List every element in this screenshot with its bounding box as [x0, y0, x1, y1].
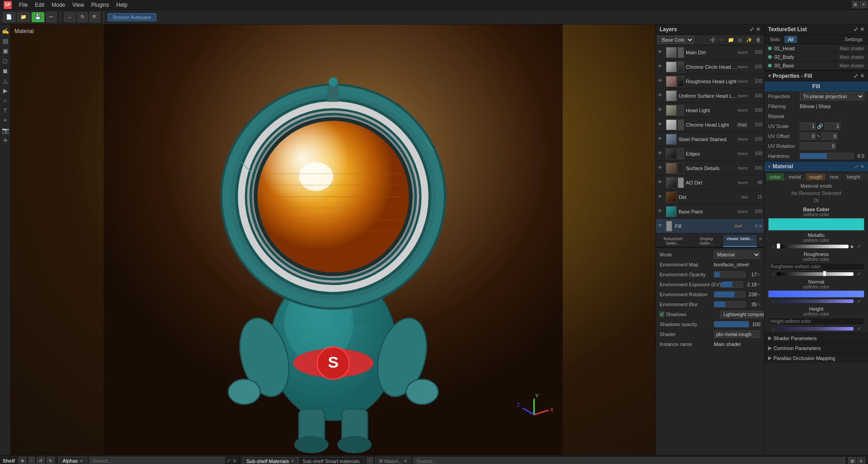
- layer-eye-steel[interactable]: 👁: [658, 136, 664, 142]
- layer-close-fill[interactable]: ✕: [759, 223, 762, 228]
- delete-layer-btn[interactable]: 🗑: [754, 36, 762, 44]
- add-mask-btn[interactable]: ◎: [736, 36, 744, 44]
- layer-eye-uniform[interactable]: 👁: [658, 93, 664, 99]
- text-tool[interactable]: T: [1, 106, 10, 115]
- mat-import-btn[interactable]: ↑: [367, 457, 373, 464]
- roughness-buttons[interactable]: ⤢: [857, 271, 861, 276]
- mat-tab-color[interactable]: color: [766, 173, 784, 180]
- shadows-opacity-slider[interactable]: [714, 321, 749, 327]
- tool-move[interactable]: ←: [64, 12, 75, 22]
- normal-slider[interactable]: [777, 299, 854, 303]
- material-chevron[interactable]: ▾: [768, 164, 771, 170]
- mat-tab-metal[interactable]: metal: [785, 173, 805, 180]
- base-color-swatch[interactable]: [768, 218, 864, 231]
- erase-tool[interactable]: ◻: [1, 56, 10, 65]
- mat-tab-rough[interactable]: rough: [806, 173, 826, 180]
- plugins-menu[interactable]: Plugins: [88, 0, 113, 10]
- shadows-checkbox[interactable]: ✓: [660, 312, 664, 317]
- textureset-settings-tab[interactable]: TextureSet Settin...: [656, 235, 689, 247]
- shelf-redo-btn[interactable]: ↻: [47, 457, 55, 464]
- mat-tab-emiss[interactable]: emiss: [865, 173, 868, 180]
- metallic-slider[interactable]: [777, 245, 849, 248]
- ts-item-03-base[interactable]: 03_Base Main shader: [764, 62, 868, 70]
- add-fill-btn[interactable]: ▫: [718, 36, 726, 44]
- hardness-slider[interactable]: [800, 153, 854, 159]
- env-exposure-edit-icon[interactable]: ✎: [757, 282, 760, 287]
- layer-eye-dirt[interactable]: 👁: [658, 194, 664, 200]
- properties-chevron[interactable]: ▾: [768, 73, 771, 79]
- layer-eye-main-dirt[interactable]: 👁: [658, 49, 664, 56]
- view-menu[interactable]: View: [69, 0, 88, 10]
- layer-eye-chrome-circle[interactable]: 👁: [658, 64, 664, 70]
- mat-list-view-btn[interactable]: ≡: [857, 457, 865, 464]
- layer-item-chrome-circle[interactable]: 👁 Chrome Circle Head Light Norm 100: [656, 60, 764, 74]
- layer-eye-headlight[interactable]: 👁: [658, 107, 664, 114]
- ts-tab-all[interactable]: All: [784, 36, 797, 43]
- env-tool[interactable]: ☀: [1, 136, 10, 145]
- uv-rotation-input[interactable]: [800, 142, 836, 150]
- shelf-undo-btn[interactable]: ↺: [37, 457, 45, 464]
- open-btn[interactable]: 📁: [17, 12, 30, 22]
- layer-eye-roughness-hl[interactable]: 👁: [658, 78, 664, 85]
- shelf-new-btn[interactable]: ⊕: [19, 457, 27, 464]
- common-params-header[interactable]: ▶ Common Parameters: [764, 343, 868, 353]
- env-rotation-slider[interactable]: [714, 291, 745, 298]
- layer-item-steel[interactable]: 👁 Steel Painted Stained Norm 100: [656, 132, 764, 147]
- mat-breadcrumb-close[interactable]: ✕: [404, 459, 407, 464]
- new-btn[interactable]: 📄: [3, 12, 15, 22]
- ts-close-icon[interactable]: ✕: [860, 26, 864, 33]
- viewer-settings-tab[interactable]: Viewer Settin...: [723, 235, 757, 247]
- layer-eye-fill[interactable]: 👁: [658, 223, 664, 229]
- undo-btn[interactable]: ⤺: [46, 12, 57, 22]
- metallic-buttons[interactable]: ⤢: [857, 244, 861, 249]
- layer-item-dirt[interactable]: 👁 Dirt Mul 15: [656, 190, 764, 204]
- layer-eye-ao[interactable]: 👁: [658, 180, 664, 186]
- normal-buttons[interactable]: ⤢: [857, 298, 861, 303]
- shelf-close-icon[interactable]: ✕: [232, 458, 236, 464]
- edit-menu[interactable]: Edit: [31, 0, 48, 10]
- uv-offset-y-input[interactable]: [821, 133, 838, 140]
- env-blur-edit-icon[interactable]: ✎: [757, 302, 760, 307]
- ts-tab-solo[interactable]: Solo: [766, 36, 783, 43]
- shelf-import-btn[interactable]: ↑: [28, 457, 35, 464]
- add-effect-btn[interactable]: ✨: [745, 36, 753, 44]
- ts-item-01-head[interactable]: 01_Head Main shader: [764, 44, 868, 53]
- properties-expand-icon[interactable]: ⤢: [854, 73, 858, 79]
- tool-scale[interactable]: ⇱: [90, 12, 100, 22]
- parallax-header[interactable]: ▶ Parallax Occlusion Mapping: [764, 353, 868, 363]
- help-menu[interactable]: Help: [113, 0, 131, 10]
- env-exposure-slider[interactable]: [721, 281, 743, 288]
- fill-tool[interactable]: ◼: [1, 66, 10, 75]
- roughness-slider[interactable]: [777, 272, 854, 276]
- materials-search-input[interactable]: [413, 457, 845, 464]
- display-settings-tab[interactable]: Display Settin...: [689, 235, 723, 247]
- projection-select[interactable]: Tri-planar projection: [800, 92, 864, 100]
- layer-eye-base-paint[interactable]: 👁: [658, 208, 664, 215]
- layer-eye-chrome-hl[interactable]: 👁: [658, 122, 664, 128]
- layer-item-roughness-hl[interactable]: 👁 Roughness Head Light Norm 100: [656, 74, 764, 89]
- mat-grid-view-btn[interactable]: ⊞: [848, 457, 856, 464]
- roughness-thumb[interactable]: [823, 271, 826, 276]
- env-opacity-edit-icon[interactable]: ✎: [757, 272, 760, 277]
- shadows-mode-select[interactable]: Lightweight computation: [720, 311, 764, 318]
- shader-params-header[interactable]: ▶ Shader Parameters: [764, 333, 868, 343]
- measure-tool[interactable]: ⌖: [1, 116, 10, 125]
- paint-tool[interactable]: ✍: [1, 26, 10, 35]
- tool-rotate[interactable]: ↻: [77, 12, 88, 22]
- properties-close-icon[interactable]: ✕: [860, 73, 864, 79]
- layer-item-chrome-head-light[interactable]: 👁 Chrome Head Light Repl 100: [656, 118, 764, 132]
- roughness-color-swatch[interactable]: Roughness uniform color: [768, 263, 864, 270]
- blur-tool[interactable]: ○: [1, 96, 10, 105]
- select-tool[interactable]: ▶: [1, 86, 10, 95]
- clone-tool[interactable]: ▣: [1, 46, 10, 55]
- normal-color-swatch[interactable]: [768, 290, 864, 298]
- save-btn[interactable]: 💾: [32, 12, 44, 22]
- ts-expand-icon[interactable]: ⤢: [854, 26, 858, 33]
- uv-scale-lock-icon[interactable]: 🔗: [817, 123, 823, 129]
- env-rotation-edit-icon[interactable]: ✎: [757, 292, 760, 297]
- smudge-tool[interactable]: ▤: [1, 36, 10, 45]
- layer-item-ao-dirt[interactable]: 👁 AO Dirt Norm 48: [656, 175, 764, 190]
- layers-close-icon[interactable]: ✕: [756, 26, 760, 33]
- height-slider[interactable]: [777, 327, 854, 331]
- channel-select[interactable]: Base Color: [658, 36, 694, 44]
